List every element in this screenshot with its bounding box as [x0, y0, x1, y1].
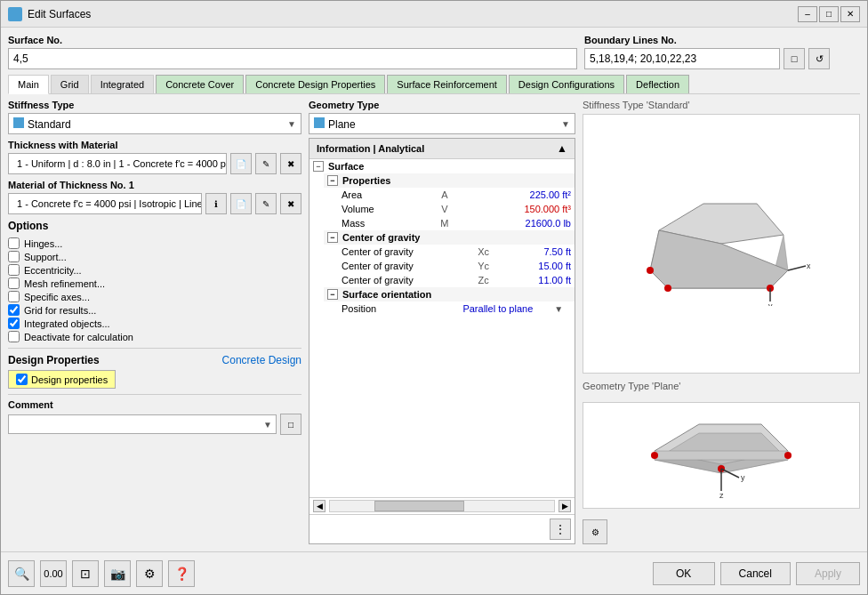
concrete-design-link[interactable]: Concrete Design: [222, 354, 301, 366]
design-props-checkbox[interactable]: [16, 374, 28, 385]
close-button[interactable]: ✕: [840, 6, 860, 22]
checkbox-grid: Grid for results...: [8, 304, 301, 316]
minimize-button[interactable]: –: [798, 6, 817, 22]
integrated-checkbox[interactable]: [8, 318, 20, 329]
tab-deflection[interactable]: Deflection: [626, 75, 689, 93]
bottom-bar: 🔍 0.00 ⊡ 📷 ⚙ ❓ OK Cancel Apply: [1, 551, 867, 594]
table-row: Volume V 150.000 ft³: [324, 202, 575, 216]
scroll-track[interactable]: [329, 500, 555, 512]
orientation-expand-icon[interactable]: −: [327, 289, 338, 300]
left-panel: Stiffness Type Standard ▼ Thickness with…: [8, 100, 301, 544]
boundary-lines-label: Boundary Lines No.: [584, 35, 860, 45]
svg-line-8: [788, 266, 806, 270]
orientation-header: − Surface orientation: [324, 287, 575, 302]
comment-input-row: ▼ □: [8, 414, 301, 435]
comment-copy-btn[interactable]: □: [280, 414, 301, 435]
info-grid-btn[interactable]: ⋮: [550, 519, 571, 540]
diagram-settings-btn[interactable]: ⚙: [583, 519, 607, 544]
table-row: Center of gravity Zc 11.00 ft: [324, 273, 575, 287]
surface-no-group: Surface No.: [8, 35, 577, 69]
tab-concrete-cover[interactable]: Concrete Cover: [156, 75, 244, 93]
thickness-select[interactable]: 1 - Uniform | d : 8.0 in | 1 - Concrete …: [8, 153, 227, 174]
table-btn[interactable]: ⊡: [72, 560, 99, 587]
settings-btn[interactable]: ⚙: [136, 560, 163, 587]
comment-input[interactable]: ▼: [8, 414, 277, 434]
hinges-checkbox[interactable]: [8, 237, 20, 249]
title-bar-left: Edit Surfaces: [8, 7, 91, 21]
stiffness-type-select[interactable]: Standard ▼: [8, 113, 301, 134]
apply-button[interactable]: Apply: [796, 562, 860, 585]
info-footer: ⋮: [309, 514, 575, 543]
properties-table: Area A 225.00 ft² Volume V 150.000 ft³: [324, 188, 575, 230]
tabs-row: Main Grid Integrated Concrete Cover Conc…: [8, 75, 860, 94]
thickness-new-btn[interactable]: 📄: [230, 153, 252, 174]
svg-text:y: y: [768, 302, 773, 306]
decimal-btn[interactable]: 0.00: [40, 560, 67, 587]
stiffness-color-box: [13, 117, 24, 128]
thickness-label: Thickness with Material: [8, 140, 301, 150]
info-title: Information | Analytical: [317, 143, 424, 154]
eccentricity-checkbox[interactable]: [8, 264, 20, 276]
thickness-delete-btn[interactable]: ✖: [280, 153, 301, 174]
info-collapse-btn[interactable]: ▲: [557, 142, 567, 155]
material-delete-btn[interactable]: ✖: [280, 193, 301, 214]
comment-section: Comment ▼ □: [8, 394, 301, 435]
body-row: Stiffness Type Standard ▼ Thickness with…: [8, 100, 860, 544]
ok-button[interactable]: OK: [653, 562, 715, 585]
svg-point-17: [651, 452, 658, 459]
scroll-left-btn[interactable]: ◀: [313, 500, 326, 512]
tab-integrated[interactable]: Integrated: [91, 75, 155, 93]
design-props-title: Design Properties: [8, 354, 100, 366]
svg-marker-16: [655, 451, 788, 460]
tab-design-configs[interactable]: Design Configurations: [509, 75, 624, 93]
bottom-right-buttons: OK Cancel Apply: [653, 562, 860, 585]
material-new-btn[interactable]: 📄: [230, 193, 252, 214]
tab-grid[interactable]: Grid: [51, 75, 89, 93]
geometry-color-box: [314, 117, 325, 128]
geometry-type-select-row: Plane ▼: [309, 113, 575, 134]
material-info-btn[interactable]: ℹ: [205, 193, 227, 214]
surface-no-input[interactable]: [8, 48, 577, 69]
info-header: Information | Analytical ▲: [309, 139, 575, 159]
checkbox-support: Support...: [8, 251, 301, 262]
title-bar: Edit Surfaces – □ ✕: [1, 1, 867, 28]
stiffness-type-select-row: Standard ▼: [8, 113, 301, 134]
design-props-header: Design Properties Concrete Design: [8, 354, 301, 366]
window-icon: [8, 7, 22, 21]
scroll-thumb[interactable]: [374, 501, 464, 511]
geometry-type-select[interactable]: Plane ▼: [309, 113, 575, 134]
support-checkbox[interactable]: [8, 251, 20, 262]
boundary-lines-select-btn[interactable]: □: [784, 48, 805, 69]
cog-header: − Center of gravity: [324, 230, 575, 245]
help-btn[interactable]: ❓: [168, 560, 195, 587]
grid-checkbox[interactable]: [8, 304, 20, 316]
material-edit-btn[interactable]: ✎: [255, 193, 277, 214]
scroll-right-btn[interactable]: ▶: [559, 500, 571, 512]
boundary-lines-input[interactable]: [584, 48, 780, 69]
table-row: Area A 225.00 ft²: [324, 188, 575, 202]
checkbox-eccentricity: Eccentricity...: [8, 264, 301, 276]
tab-surface-reinforcement[interactable]: Surface Reinforcement: [387, 75, 507, 93]
thickness-edit-btn[interactable]: ✎: [255, 153, 277, 174]
tab-main[interactable]: Main: [8, 75, 49, 94]
middle-panel: Geometry Type Plane ▼ Information | Anal…: [309, 100, 575, 544]
boundary-lines-refresh-btn[interactable]: ↺: [808, 48, 830, 69]
tab-concrete-design-props[interactable]: Concrete Design Properties: [245, 75, 385, 93]
image-btn[interactable]: 📷: [104, 560, 131, 587]
mesh-checkbox[interactable]: [8, 277, 20, 289]
geometry-diagram-label: Geometry Type 'Plane': [583, 381, 860, 391]
thickness-group: Thickness with Material 1 - Uniform | d …: [8, 140, 301, 174]
axes-checkbox[interactable]: [8, 291, 20, 302]
surface-tree-item[interactable]: − Surface: [309, 159, 575, 173]
cancel-button[interactable]: Cancel: [720, 562, 791, 585]
surface-expand-icon[interactable]: −: [313, 161, 324, 172]
material-select[interactable]: 1 - Concrete f'c = 4000 psi | Isotropic …: [8, 193, 202, 214]
search-btn[interactable]: 🔍: [8, 560, 35, 587]
cog-expand-icon[interactable]: −: [327, 232, 338, 243]
deactivate-checkbox[interactable]: [8, 331, 20, 342]
svg-text:y: y: [741, 473, 745, 482]
edit-surfaces-window: Edit Surfaces – □ ✕ Surface No. Boundary…: [0, 0, 868, 595]
design-props-btn[interactable]: Design properties: [8, 370, 116, 389]
properties-expand-icon[interactable]: −: [327, 175, 338, 186]
maximize-button[interactable]: □: [819, 6, 839, 22]
